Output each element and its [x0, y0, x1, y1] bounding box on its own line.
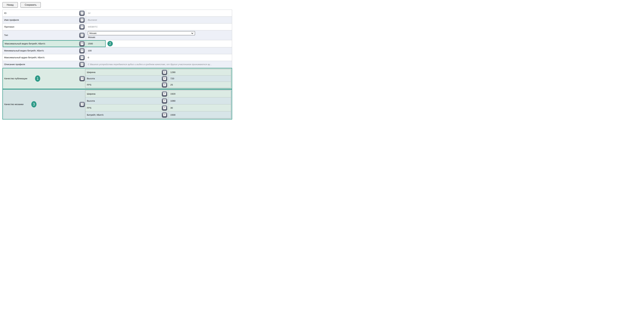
question-mark-glyph: ? [80, 56, 84, 59]
row-protocol: Протокол ? WEBRTC [3, 24, 232, 30]
row-min-video-bitrate: Минимальный видео битрейт, КБит/с ? 100 [3, 48, 232, 54]
help-icon[interactable]: ? [162, 76, 167, 81]
publish-fps-label: FPS [86, 84, 162, 86]
question-mark-glyph: ? [163, 77, 166, 80]
id-value: 14 [86, 12, 232, 14]
profile-description-label: Описание профиля [3, 63, 79, 66]
help-icon[interactable]: ? [79, 32, 85, 38]
profile-name-value: Высокое [86, 19, 232, 21]
publish-height-label: Высота [86, 77, 162, 80]
publish-quality-table: Ширина ? 1280 Высота ? 720 FPS ? 25 [85, 69, 231, 88]
row-mosaic-width: Ширина ? 1920 [86, 90, 231, 98]
question-mark-glyph: ? [163, 100, 166, 102]
help-icon[interactable]: ? [79, 41, 85, 46]
publish-fps-value[interactable]: 25 [168, 84, 231, 86]
row-mosaic-fps: FPS ? 30 [86, 104, 231, 112]
question-mark-glyph: ? [163, 71, 166, 74]
toolbar: Назад Сохранить [0, 0, 233, 10]
row-type: Тип ? Mosaic Mosaic [3, 30, 232, 40]
chevron-down-icon [191, 33, 194, 34]
help-icon[interactable]: ? [79, 24, 85, 30]
help-icon[interactable]: ? [79, 62, 85, 67]
mosaic-bitrate-label: Битрейт, КБит/с [86, 114, 162, 116]
annotation-highlight-box: Максимальный видео битрейт, КБит/с ? 150… [3, 40, 106, 47]
type-label: Тип [3, 34, 79, 36]
type-caption: Mosaic [88, 35, 232, 38]
section-publish-quality: Качество публикации 1 ? Ширина ? 1280 Вы… [2, 68, 232, 89]
row-max-audio-bitrate: Максимальный аудио битрейт, КБит/с ? 0 [3, 54, 232, 61]
question-mark-glyph: ? [80, 34, 84, 37]
publish-width-value[interactable]: 1280 [168, 71, 231, 74]
help-icon[interactable]: ? [80, 76, 85, 81]
help-icon[interactable]: ? [162, 70, 167, 75]
help-icon[interactable]: ? [79, 10, 85, 16]
question-mark-glyph: ? [81, 77, 84, 80]
annotation-badge-2: 2 [108, 41, 113, 46]
mosaic-height-label: Высота [86, 100, 162, 102]
type-select-value: Mosaic [90, 32, 97, 34]
mosaic-width-value[interactable]: 1920 [168, 92, 231, 95]
help-icon[interactable]: ? [162, 112, 167, 118]
help-icon[interactable]: ? [79, 17, 85, 23]
help-icon[interactable]: ? [162, 82, 167, 88]
question-mark-glyph: ? [163, 84, 166, 86]
question-mark-glyph: ? [80, 49, 84, 52]
profile-form-table: ID ? 14 Имя профиля ? Высокое Протокол ?… [2, 10, 232, 120]
protocol-value: WEBRTC [86, 26, 232, 28]
question-mark-glyph: ? [81, 103, 84, 106]
max-audio-bitrate-label: Максимальный аудио битрейт, КБит/с [3, 56, 79, 59]
mosaic-quality-label: Качество мозаики [4, 103, 24, 106]
question-mark-glyph: ? [80, 19, 84, 22]
help-icon[interactable]: ? [79, 55, 85, 60]
row-publish-fps: FPS ? 25 [86, 82, 231, 88]
row-mosaic-bitrate: Битрейт, КБит/с ? 1500 [86, 112, 231, 118]
min-video-bitrate-label: Минимальный видео битрейт, КБит/с [3, 49, 79, 52]
profile-name-label: Имя профиля [3, 19, 79, 21]
publish-quality-label-cell: Качество публикации 1 [3, 76, 80, 82]
annotation-badge-1: 1 [35, 76, 40, 82]
help-icon[interactable]: ? [162, 91, 167, 96]
type-select[interactable]: Mosaic [88, 31, 195, 35]
row-publish-width: Ширина ? 1280 [86, 69, 231, 76]
row-profile-description: Описание профиля ? С Вашего устройства п… [3, 61, 232, 68]
question-mark-glyph: ? [80, 12, 84, 14]
save-button[interactable]: Сохранить [20, 2, 41, 8]
back-button[interactable]: Назад [2, 2, 18, 8]
help-icon[interactable]: ? [162, 105, 167, 110]
max-video-bitrate-label: Максимальный видео битрейт, КБит/с [3, 42, 79, 45]
publish-quality-label: Качество публикации [4, 77, 27, 80]
help-icon[interactable]: ? [162, 98, 167, 104]
row-mosaic-height: Высота ? 1080 [86, 98, 231, 104]
mosaic-quality-table: Ширина ? 1920 Высота ? 1080 FPS ? 30 Бит… [85, 90, 231, 118]
max-audio-bitrate-value[interactable]: 0 [86, 56, 232, 59]
protocol-label: Протокол [3, 26, 79, 28]
question-mark-glyph: ? [80, 42, 84, 45]
id-label: ID [3, 12, 79, 14]
annotation-badge-3: 3 [31, 101, 36, 108]
question-mark-glyph: ? [163, 92, 166, 95]
mosaic-bitrate-value[interactable]: 1500 [168, 114, 231, 116]
min-video-bitrate-value[interactable]: 100 [86, 49, 232, 52]
mosaic-fps-label: FPS [86, 106, 162, 109]
row-max-video-bitrate: Максимальный видео битрейт, КБит/с ? 150… [3, 40, 232, 48]
max-video-bitrate-value[interactable]: 1500 [86, 42, 105, 45]
question-mark-glyph: ? [163, 114, 166, 116]
mosaic-height-value[interactable]: 1080 [168, 100, 231, 102]
question-mark-glyph: ? [80, 63, 84, 66]
question-mark-glyph: ? [163, 106, 166, 109]
row-profile-name: Имя профиля ? Высокое [3, 17, 232, 24]
section-mosaic-quality: Качество мозаики 3 ? Ширина ? 1920 Высот… [2, 89, 232, 120]
row-publish-height: Высота ? 720 [86, 76, 231, 82]
publish-width-label: Ширина [86, 71, 162, 74]
publish-height-value[interactable]: 720 [168, 77, 231, 80]
mosaic-quality-label-cell: Качество мозаики 3 [3, 101, 80, 108]
type-value-cell: Mosaic Mosaic [86, 30, 232, 40]
help-icon[interactable]: ? [79, 48, 85, 53]
row-id: ID ? 14 [3, 10, 232, 17]
profile-description-value: С Вашего устройства передаются аудио и в… [86, 63, 232, 66]
mosaic-fps-value[interactable]: 30 [168, 106, 231, 109]
question-mark-glyph: ? [80, 26, 84, 28]
help-icon[interactable]: ? [80, 102, 85, 107]
mosaic-width-label: Ширина [86, 92, 162, 95]
